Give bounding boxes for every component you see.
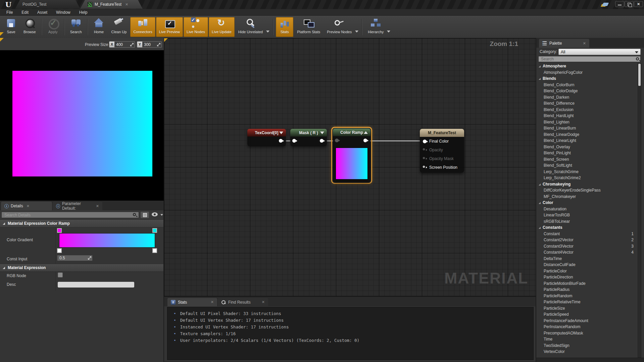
palette-item-list[interactable]: Atmosphere AtmosphericFogColor Blends Bl… <box>536 63 637 362</box>
browse-button[interactable]: Browse <box>20 17 39 37</box>
palette-item[interactable]: Blend_Darken <box>536 94 637 101</box>
palette-item[interactable]: ParticleRelativeTime <box>536 299 637 305</box>
close-icon[interactable] <box>96 204 99 208</box>
preview-size-y-field[interactable]: Y <box>137 41 162 48</box>
node-mask[interactable]: Mask ( R ) <box>290 129 327 146</box>
palette-item[interactable]: Constants <box>536 224 637 231</box>
restore-button[interactable] <box>625 1 634 7</box>
palette-item[interactable]: Constant3Vector 3 <box>536 243 637 250</box>
section-material-expression-color-ramp[interactable]: Material Expression Color Ramp <box>0 219 163 227</box>
live-update-toggle[interactable]: Live Update <box>209 17 235 37</box>
tab-parameter-defaults[interactable]: Parameter Default: <box>53 202 102 210</box>
gradient-alpha-stop-right[interactable] <box>152 248 157 253</box>
live-preview-toggle[interactable]: Live Preview <box>156 17 183 37</box>
gradient-bar[interactable] <box>59 233 155 248</box>
palette-item[interactable]: DistanceCullFade <box>536 262 637 268</box>
palette-item[interactable]: ParticleColor <box>536 268 637 274</box>
apply-button[interactable]: Apply <box>44 17 62 37</box>
palette-item[interactable]: Lerp_ScratchGrime2 <box>536 175 637 181</box>
palette-item[interactable]: Chromakeying <box>536 181 637 188</box>
color-ramp-output-pin[interactable] <box>363 139 367 142</box>
node-m-featuretest[interactable]: M_FeatureTest Final Color Opacity Opacit… <box>420 129 464 173</box>
category-dropdown[interactable]: All <box>558 49 641 55</box>
pin-row-screen-position[interactable]: Screen Position <box>420 163 464 172</box>
menu-item[interactable]: Asset <box>33 9 52 16</box>
final-color-pin[interactable] <box>423 140 427 143</box>
details-column-divider[interactable] <box>55 227 56 291</box>
palette-item[interactable]: Atmosphere <box>536 63 637 69</box>
home-button[interactable]: Home <box>90 17 108 37</box>
material-graph-canvas[interactable]: Zoom 1:1 MATERIAL TexCoord[0] Mask ( R )… <box>164 38 536 297</box>
palette-item[interactable]: Blend_ColorBurn <box>536 82 637 88</box>
expand-triangle-icon[interactable] <box>364 131 368 134</box>
palette-item[interactable]: sRGBToLinear <box>536 218 637 225</box>
preview-size-x-field[interactable]: X <box>109 41 135 48</box>
pin-row-final-color[interactable]: Final Color <box>420 137 464 146</box>
color-ramp-input-pin[interactable] <box>335 139 339 142</box>
palette-item[interactable]: Blend_Lighten <box>536 119 637 125</box>
close-icon[interactable] <box>262 300 265 304</box>
palette-item[interactable]: Blend_SoftLight <box>536 162 637 169</box>
close-icon[interactable] <box>27 204 30 208</box>
resize-diagonal-icon[interactable] <box>88 256 92 260</box>
palette-item[interactable]: Blend_Exclusion <box>536 107 637 113</box>
color-gradient-editor[interactable] <box>57 228 157 253</box>
node-m-featuretest-header[interactable]: M_FeatureTest <box>420 129 464 137</box>
gradient-stop-cyan[interactable] <box>152 228 157 233</box>
hide-unrelated-button[interactable]: Hide Unrelated <box>235 17 266 37</box>
material-preview-viewport[interactable] <box>0 50 164 201</box>
section-material-expression[interactable]: Material Expression <box>0 264 163 272</box>
palette-item[interactable]: ParticleDirection <box>536 274 637 280</box>
palette-item[interactable]: Constant2Vector 2 <box>536 237 637 243</box>
node-texcoord-header[interactable]: TexCoord[0] <box>247 129 286 137</box>
palette-item[interactable]: Blend_LinearBurn <box>536 125 637 132</box>
close-window-button[interactable] <box>634 1 643 7</box>
palette-item[interactable]: ParticleSize <box>536 305 637 312</box>
palette-item[interactable]: PerInstanceRandom <box>536 324 637 330</box>
preview-size-y-input[interactable] <box>142 42 157 47</box>
palette-item[interactable]: MF_Chromakeyer <box>536 194 637 200</box>
opacity-mask-pin[interactable] <box>423 157 425 159</box>
collapse-arrow-icon[interactable] <box>3 222 5 225</box>
palette-horizontal-scroll-track[interactable] <box>536 358 644 362</box>
palette-item[interactable]: PrecomputedAOMask <box>536 330 637 337</box>
palette-item[interactable]: ParticleRadius <box>536 287 637 293</box>
node-texcoord[interactable]: TexCoord[0] <box>247 129 286 146</box>
palette-scrollbar[interactable] <box>638 63 641 358</box>
wire-colorramp-to-finalcolor[interactable] <box>364 141 425 141</box>
menu-item[interactable]: Edit <box>17 9 33 16</box>
pin-row-opacity[interactable]: Opacity <box>420 146 464 154</box>
menu-item[interactable]: File <box>2 9 17 16</box>
palette-item[interactable]: Lerp_ScratchGrime <box>536 169 637 175</box>
palette-item[interactable]: Blend_Screen <box>536 156 637 163</box>
palette-item[interactable]: Blend_Overlay <box>536 144 637 150</box>
resize-diagonal-icon[interactable] <box>130 43 134 47</box>
palette-item[interactable]: AtmosphericFogColor <box>536 69 637 76</box>
palette-item[interactable]: ParticleRandom <box>536 293 637 299</box>
palette-item[interactable]: DeltaTime <box>536 256 637 262</box>
collapse-arrow-icon[interactable] <box>3 267 5 269</box>
live-nodes-toggle[interactable]: Live Nodes <box>184 17 208 37</box>
preview-size-x-input[interactable] <box>114 42 130 47</box>
connectors-toggle[interactable]: Connectors <box>130 17 155 37</box>
menu-item[interactable]: Help <box>75 9 92 16</box>
resize-diagonal-icon[interactable] <box>157 43 161 47</box>
stats-toggle[interactable]: Stats <box>276 17 293 37</box>
platform-stats-button[interactable]: Platform Stats <box>294 17 323 37</box>
mask-output-pin[interactable] <box>320 139 324 143</box>
close-icon[interactable] <box>125 2 128 7</box>
palette-item[interactable]: Blend_LinearDodge <box>536 132 637 138</box>
palette-item[interactable]: DiffColorKeyerErodeSinglePass <box>536 187 637 194</box>
close-icon[interactable] <box>211 300 214 304</box>
desc-input[interactable] <box>58 282 134 288</box>
tutorial-cap-icon[interactable] <box>602 3 609 6</box>
palette-item[interactable]: VertexColor <box>536 349 637 355</box>
tab-find-results[interactable]: Find Results <box>218 298 268 306</box>
palette-item[interactable]: Blend_Difference <box>536 100 637 107</box>
stats-output-list[interactable]: Default UI Pixel Shader: 33 instructions… <box>167 307 534 360</box>
search-button[interactable]: Search <box>67 17 85 37</box>
asset-tab-m-featuretest[interactable]: M_FeatureTest <box>80 0 143 9</box>
hierarchy-button[interactable]: Hierarchy <box>365 17 387 37</box>
palette-item[interactable]: ParticleMotionBlurFade <box>536 280 637 287</box>
tab-palette[interactable]: Palette <box>539 39 589 48</box>
